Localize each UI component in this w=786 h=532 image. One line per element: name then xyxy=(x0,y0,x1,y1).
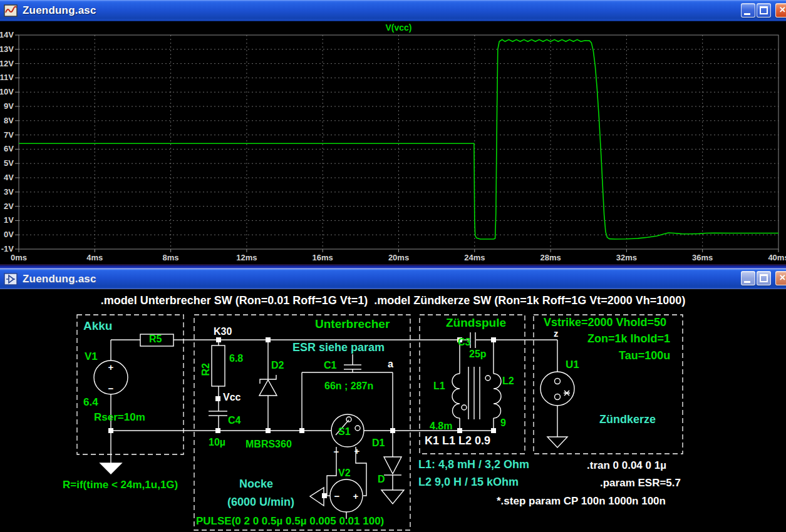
y-tick-label: -1V xyxy=(1,244,14,253)
plot-window-titlebar[interactable]: Zuendung.asc ✕ xyxy=(0,0,786,21)
v1-value[interactable]: 6.4 xyxy=(83,397,98,409)
x-tick-label: 4ms xyxy=(86,253,103,262)
plot-window-title: Zuendung.asc xyxy=(23,4,96,17)
y-tick-label: 12V xyxy=(0,59,14,68)
comment-coil2[interactable]: L2 9,0 H / 15 kOhm xyxy=(418,476,519,489)
y-tick-label: 6V xyxy=(4,144,14,153)
k1-directive[interactable]: K1 L1 L2 0.9 xyxy=(425,435,490,448)
u1-param1[interactable]: Vstrike=2000 Vhold=50 xyxy=(544,317,666,329)
x-tick-label: 32ms xyxy=(616,253,637,262)
close-icon: ✕ xyxy=(776,272,786,284)
y-tick-label: 3V xyxy=(4,187,14,197)
l1-label[interactable]: L1 xyxy=(433,381,445,392)
comment-esr[interactable]: ESR siehe param xyxy=(292,342,385,354)
schematic-labels: .model Unterbrecher SW (Ron=0.01 Roff=1G… xyxy=(0,289,786,532)
v1-rser[interactable]: Rser=10m xyxy=(94,412,145,424)
node-a[interactable]: a xyxy=(388,359,393,370)
node-z[interactable]: z xyxy=(554,329,559,339)
v1-label[interactable]: V1 xyxy=(85,351,98,363)
v2-value-pulse[interactable]: PULSE(0 2 0 0.5µ 0.5µ 0.005 0.01 100) xyxy=(196,516,384,528)
waveform-icon[interactable] xyxy=(4,4,18,18)
step-directive[interactable]: *.step param CP 100n 1000n 100n xyxy=(497,496,666,508)
y-tick-label: 5V xyxy=(4,158,14,168)
minimize-button[interactable] xyxy=(741,3,755,18)
plot-pane[interactable]: 0ms4ms8ms12ms16ms20ms24ms28ms32ms36ms40m… xyxy=(0,21,786,264)
schematic-window: Zuendung.asc ✕ xyxy=(0,265,786,532)
node-vcc[interactable]: Vcc xyxy=(223,392,240,403)
schematic-window-title: Zuendung.asc xyxy=(23,273,96,285)
x-tick-label: 36ms xyxy=(692,253,713,262)
comment-akku[interactable]: Akku xyxy=(83,320,112,333)
y-tick-label: 0V xyxy=(4,230,14,239)
comment-coil1[interactable]: L1: 4,8 mH / 3,2 Ohm xyxy=(418,459,529,471)
plot-window: Zuendung.asc ✕ 0ms4ms8ms12ms16ms20ms24ms… xyxy=(0,0,786,265)
x-tick-label: 40ms xyxy=(768,253,786,262)
plot-border xyxy=(19,35,778,249)
y-tick-label: 4V xyxy=(4,173,14,182)
c1-value[interactable]: 66n ; 287n xyxy=(324,381,373,392)
y-tick-label: 14V xyxy=(0,30,14,39)
d1-label[interactable]: D1 xyxy=(372,437,385,449)
y-tick-label: 13V xyxy=(0,44,14,54)
c3-label[interactable]: C3 xyxy=(458,337,470,348)
x-tick-label: 8ms xyxy=(163,253,179,262)
minimize-icon xyxy=(744,13,750,15)
v2-label[interactable]: V2 xyxy=(338,468,351,479)
trace-legend[interactable]: V(vcc) xyxy=(385,23,411,33)
y-tick-label: 11V xyxy=(0,73,14,82)
u1-param3[interactable]: Tau=100u xyxy=(619,350,670,362)
y-tick-label: 10V xyxy=(0,87,14,96)
minimize-icon xyxy=(744,281,750,283)
desktop: { "colors": { "trace": "#00d800", "schem… xyxy=(0,0,786,532)
comment-zuendkerze[interactable]: Zündkerze xyxy=(599,414,656,426)
waveform-plot[interactable]: 0ms4ms8ms12ms16ms20ms24ms28ms32ms36ms40m… xyxy=(0,21,786,264)
x-tick-label: 0ms xyxy=(11,253,27,262)
schematic-icon[interactable] xyxy=(4,272,18,286)
r2-label[interactable]: R2 xyxy=(200,363,212,376)
r2-value[interactable]: 6.8 xyxy=(229,353,243,364)
u1-label[interactable]: U1 xyxy=(566,359,579,371)
x-tick-label: 16ms xyxy=(313,253,333,262)
c3-value[interactable]: 25p xyxy=(469,349,487,360)
x-tick-label: 20ms xyxy=(388,253,409,262)
y-tick-label: 8V xyxy=(4,116,14,125)
close-button[interactable]: ✕ xyxy=(775,3,786,18)
y-tick-label: 7V xyxy=(4,130,14,140)
schematic-window-titlebar[interactable]: Zuendung.asc ✕ xyxy=(0,269,786,289)
x-tick-label: 12ms xyxy=(236,253,257,262)
d1-model[interactable]: D xyxy=(378,474,385,485)
comment-zuendspule[interactable]: Zündspule xyxy=(446,317,506,330)
s1-label[interactable]: S1 xyxy=(338,426,351,437)
c4-value[interactable]: 10µ xyxy=(209,437,225,448)
node-k30[interactable]: K30 xyxy=(214,326,232,337)
param-directive[interactable]: .param ESR=5.7 xyxy=(600,478,681,489)
c4-label[interactable]: C4 xyxy=(228,415,240,426)
comment-unterbrecher[interactable]: Unterbrecher xyxy=(315,318,390,331)
y-tick-label: 1V xyxy=(4,215,14,225)
l1-value[interactable]: 4.8m xyxy=(430,421,452,432)
l2-label[interactable]: L2 xyxy=(502,376,514,387)
r-if-directive[interactable]: R=if(time < 24m,1u,1G) xyxy=(63,479,178,491)
maximize-button[interactable] xyxy=(757,271,771,285)
maximize-button[interactable] xyxy=(757,3,771,18)
y-tick-label: 9V xyxy=(4,101,14,111)
u1-param2[interactable]: Zon=1k Ihold=1 xyxy=(587,333,670,345)
maximize-icon xyxy=(760,274,768,282)
c1-label[interactable]: C1 xyxy=(324,360,336,371)
close-button[interactable]: ✕ xyxy=(775,271,786,285)
y-tick-label: 2V xyxy=(4,202,14,211)
schematic-pane[interactable]: +− −+ −+ .model Unterbrecher SW (Ron=0.0… xyxy=(0,289,786,532)
x-tick-label: 28ms xyxy=(540,253,561,262)
l2-value[interactable]: 9 xyxy=(500,417,506,429)
comment-nocke[interactable]: Nocke xyxy=(239,478,273,491)
model-directive[interactable]: .model Unterbrecher SW (Ron=0.01 Roff=1G… xyxy=(0,295,786,307)
close-icon: ✕ xyxy=(776,4,786,16)
d2-label[interactable]: D2 xyxy=(271,360,284,371)
maximize-icon xyxy=(760,6,768,14)
x-tick-label: 24ms xyxy=(464,253,485,262)
comment-rpm[interactable]: (6000 U/min) xyxy=(227,496,294,509)
minimize-button[interactable] xyxy=(741,271,755,285)
r5-label[interactable]: R5 xyxy=(149,334,162,345)
tran-directive[interactable]: .tran 0 0.04 0 1µ xyxy=(587,460,666,472)
d2-model[interactable]: MBRS360 xyxy=(246,439,292,450)
